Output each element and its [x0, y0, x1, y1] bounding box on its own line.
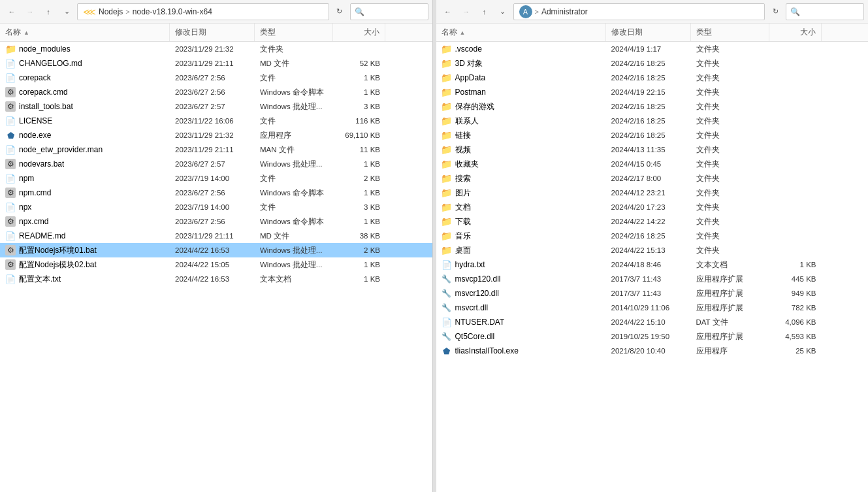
file-name-text: install_tools.bat [19, 102, 73, 111]
right-col-type[interactable]: 类型 [691, 24, 769, 41]
table-row[interactable]: 📁 Postman 2024/4/19 22:15 文件夹 [436, 85, 869, 99]
bat-icon: ⚙ [5, 87, 16, 97]
file-date-cell: 2023/11/29 21:11 [170, 229, 255, 243]
right-search-box[interactable]: 🔍 [786, 3, 864, 20]
table-row[interactable]: 🔧 msvcr120.dll 2017/3/7 11:43 应用程序扩展 949… [436, 286, 869, 301]
file-name-cell: ⚙ 配置Nodejs模块02.bat [0, 257, 170, 272]
left-col-date[interactable]: 修改日期 [170, 24, 255, 41]
left-col-name[interactable]: 名称 ▲ [0, 24, 170, 41]
file-size-cell [769, 157, 822, 171]
table-row[interactable]: 📁 3D 对象 2024/2/16 18:25 文件夹 [436, 56, 869, 71]
right-col-size[interactable]: 大小 [769, 24, 822, 41]
file-name-text: NTUSER.DAT [455, 318, 505, 327]
file-name-text: npx [19, 203, 31, 212]
table-row[interactable]: ⚙ 配置Nodejs环境01.bat 2024/4/22 16:53 Windo… [0, 243, 432, 257]
table-row[interactable]: 📁 node_modules 2023/11/29 21:32 文件夹 [0, 42, 432, 56]
left-search-box[interactable]: 🔍 [350, 3, 428, 20]
file-name-cell: ⚙ nodevars.bat [0, 157, 170, 171]
right-recent-btn[interactable]: ⌄ [495, 4, 511, 20]
file-type-cell: 应用程序 [691, 344, 769, 358]
left-recent-btn[interactable]: ⌄ [59, 4, 74, 20]
left-refresh-btn[interactable]: ↻ [332, 4, 347, 20]
table-row[interactable]: 📁 保存的游戏 2024/2/16 18:25 文件夹 [436, 99, 869, 114]
file-date-cell: 2019/10/25 19:50 [606, 329, 691, 344]
file-name-cell: 📁 文档 [436, 200, 606, 214]
right-pane: ← → ↑ ⌄ A > Administrator ↻ 🔍 名称 ▲ 修改日期 [436, 0, 869, 492]
table-row[interactable]: ⬟ node.exe 2023/11/29 21:32 应用程序 69,110 … [0, 128, 432, 142]
file-name-text: 保存的游戏 [455, 101, 494, 112]
table-row[interactable]: 📄 CHANGELOG.md 2023/11/29 21:11 MD 文件 52… [0, 56, 432, 71]
file-size-cell [769, 214, 822, 229]
table-row[interactable]: 📁 .vscode 2024/4/19 1:17 文件夹 [436, 42, 869, 56]
file-size-cell: 1 KB [333, 71, 385, 85]
file-size-cell: 1 KB [333, 272, 385, 286]
table-row[interactable]: 📄 配置文本.txt 2024/4/22 16:53 文本文档 1 KB [0, 272, 432, 286]
table-row[interactable]: 📄 hydra.txt 2024/4/18 8:46 文本文档 1 KB [436, 257, 869, 272]
right-back-btn[interactable]: ← [440, 4, 456, 20]
right-forward-btn[interactable]: → [458, 4, 474, 20]
file-name-text: hydra.txt [455, 260, 485, 269]
table-row[interactable]: 📁 视频 2024/4/13 11:35 文件夹 [436, 142, 869, 157]
left-up-btn[interactable]: ↑ [40, 4, 56, 20]
table-row[interactable]: ⚙ npm.cmd 2023/6/27 2:56 Windows 命令脚本 1 … [0, 186, 432, 200]
table-row[interactable]: 📁 收藏夹 2024/4/15 0:45 文件夹 [436, 157, 869, 171]
left-file-list[interactable]: 📁 node_modules 2023/11/29 21:32 文件夹 📄 CH… [0, 42, 432, 492]
table-row[interactable]: ⚙ nodevars.bat 2023/6/27 2:57 Windows 批处… [0, 157, 432, 171]
table-row[interactable]: 🔧 msvcp120.dll 2017/3/7 11:43 应用程序扩展 445… [436, 272, 869, 286]
right-col-date[interactable]: 修改日期 [606, 24, 691, 41]
right-col-name[interactable]: 名称 ▲ [436, 24, 606, 41]
table-row[interactable]: 📁 搜索 2024/2/17 8:00 文件夹 [436, 171, 869, 186]
file-name-text: 文档 [455, 202, 471, 213]
file-type-cell: 文件 [255, 171, 333, 186]
file-type-cell: 文件夹 [691, 243, 769, 257]
left-back-btn[interactable]: ← [4, 4, 20, 20]
table-row[interactable]: ⚙ corepack.cmd 2023/6/27 2:56 Windows 命令… [0, 85, 432, 99]
left-col-size[interactable]: 大小 [333, 24, 385, 41]
table-row[interactable]: 📄 LICENSE 2023/11/22 16:06 文件 116 KB [0, 114, 432, 128]
file-name-cell: 📁 搜索 [436, 171, 606, 186]
table-row[interactable]: 📄 README.md 2023/11/29 21:11 MD 文件 38 KB [0, 229, 432, 243]
file-name-cell: 📄 corepack [0, 71, 170, 85]
table-row[interactable]: 📄 npx 2023/7/19 14:00 文件 3 KB [0, 200, 432, 214]
table-row[interactable]: 📁 下载 2024/4/22 14:22 文件夹 [436, 214, 869, 229]
right-column-headers: 名称 ▲ 修改日期 类型 大小 [436, 24, 869, 42]
table-row[interactable]: ⚙ npx.cmd 2023/6/27 2:56 Windows 命令脚本 1 … [0, 214, 432, 229]
table-row[interactable]: 📁 联系人 2024/2/16 18:25 文件夹 [436, 114, 869, 128]
file-date-cell: 2024/4/13 11:35 [606, 142, 691, 157]
exe-icon: ⬟ [442, 346, 452, 356]
table-row[interactable]: 📁 桌面 2024/4/22 15:13 文件夹 [436, 243, 869, 257]
txt-icon: 📄 [5, 58, 16, 69]
left-address-path[interactable]: ⋘ Nodejs > node-v18.19.0-win-x64 [77, 3, 329, 20]
table-row[interactable]: 📄 corepack 2023/6/27 2:56 文件 1 KB [0, 71, 432, 85]
file-date-cell: 2024/2/16 18:25 [606, 128, 691, 142]
table-row[interactable]: 🔧 Qt5Core.dll 2019/10/25 19:50 应用程序扩展 4,… [436, 329, 869, 344]
left-pane: ← → ↑ ⌄ ⋘ Nodejs > node-v18.19.0-win-x64… [0, 0, 433, 492]
right-address-path[interactable]: A > Administrator [513, 3, 765, 20]
right-refresh-btn[interactable]: ↻ [767, 4, 783, 20]
file-name-cell: 📁 保存的游戏 [436, 99, 606, 114]
table-row[interactable]: ⚙ install_tools.bat 2023/6/27 2:57 Windo… [0, 99, 432, 114]
table-row[interactable]: 📁 链接 2024/2/16 18:25 文件夹 [436, 128, 869, 142]
file-name-cell: 🔧 msvcr120.dll [436, 286, 606, 301]
table-row[interactable]: 📁 图片 2024/4/12 23:21 文件夹 [436, 186, 869, 200]
table-row[interactable]: 📄 npm 2023/7/19 14:00 文件 2 KB [0, 171, 432, 186]
file-size-cell [769, 42, 822, 56]
file-type-cell: Windows 批处理... [255, 257, 333, 272]
table-row[interactable]: 🔧 msvcrt.dll 2014/10/29 11:06 应用程序扩展 782… [436, 301, 869, 315]
table-row[interactable]: ⚙ 配置Nodejs模块02.bat 2024/4/22 15:05 Windo… [0, 257, 432, 272]
table-row[interactable]: 📄 node_etw_provider.man 2023/11/29 21:11… [0, 142, 432, 157]
table-row[interactable]: 📁 文档 2024/4/20 17:23 文件夹 [436, 200, 869, 214]
table-row[interactable]: 📁 AppData 2024/2/16 18:25 文件夹 [436, 71, 869, 85]
table-row[interactable]: 📁 音乐 2024/2/16 18:25 文件夹 [436, 229, 869, 243]
right-file-list[interactable]: 📁 .vscode 2024/4/19 1:17 文件夹 📁 3D 对象 202… [436, 42, 869, 492]
table-row[interactable]: 📄 NTUSER.DAT 2024/4/22 15:10 DAT 文件 4,09… [436, 315, 869, 329]
left-col-type[interactable]: 类型 [255, 24, 333, 41]
file-size-cell [769, 114, 822, 128]
table-row[interactable]: ⬟ tliasInstallTool.exe 2021/8/20 10:40 应… [436, 344, 869, 358]
left-path-nodejs[interactable]: Nodejs [99, 7, 123, 16]
right-up-btn[interactable]: ↑ [477, 4, 492, 20]
file-type-cell: 文件夹 [691, 142, 769, 157]
left-forward-btn[interactable]: → [22, 4, 38, 20]
right-path-admin[interactable]: Administrator [541, 7, 588, 16]
left-path-node-ver[interactable]: node-v18.19.0-win-x64 [133, 7, 212, 16]
